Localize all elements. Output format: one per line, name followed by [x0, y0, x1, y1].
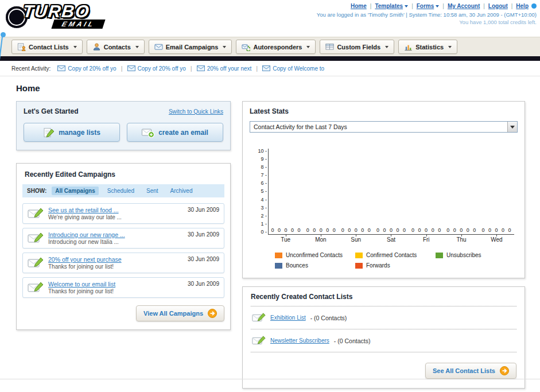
login-status-text: You are logged in as 'Timothy Smith' | S…	[317, 11, 537, 18]
envelope-plus-icon	[142, 127, 154, 138]
campaign-list-item[interactable]: 20% off your next purchase Thanks for jo…	[22, 253, 224, 273]
campaigns-filter-bar: SHOW: All Campaigns Scheduled Sent Archi…	[22, 184, 224, 197]
recent-activity-bar: Recent Activity: Copy of 20% off yo Copy…	[0, 61, 540, 76]
get-started-title: Let's Get Started	[24, 107, 79, 115]
legend-swatch	[355, 253, 363, 258]
campaign-text: Introducing our new range ... Introducin…	[48, 231, 183, 245]
nav-link-forms-label: Forms	[417, 3, 434, 9]
chevron-down-icon	[448, 46, 452, 48]
latest-stats-title: Latest Stats	[250, 107, 518, 115]
logo-text: TURBO EMAIL	[23, 2, 104, 29]
nav-link-templates-label: Templates	[375, 3, 403, 9]
campaign-date: 30 Jun 2009	[188, 207, 219, 213]
tab-email-campaigns[interactable]: Email Campaigns	[149, 40, 232, 54]
recent-activity-item[interactable]: Copy of Welcome to	[262, 65, 324, 72]
create-email-button[interactable]: create an email	[127, 123, 223, 142]
manage-lists-button[interactable]: manage lists	[24, 123, 120, 142]
campaigns-panel-title: Recently Edited Campaigns	[25, 170, 224, 178]
chart-value-group: 0 0 0 0 0	[479, 227, 514, 233]
recently-edited-campaigns-panel: Recently Edited Campaigns SHOW: All Camp…	[16, 163, 231, 330]
tab-custom-fields[interactable]: Custom Fields	[320, 40, 394, 54]
x-axis-label: Tue	[268, 236, 303, 243]
custom-fields-icon	[325, 42, 334, 51]
legend-swatch	[355, 263, 363, 269]
footer-divider	[0, 379, 540, 379]
switch-to-quick-links[interactable]: Switch to Quick Links	[169, 108, 223, 115]
recent-activity-item[interactable]: Copy of 20% off yo	[57, 65, 116, 72]
legend-item: Forwards	[355, 262, 436, 269]
envelope-pencil-icon	[252, 335, 266, 346]
recent-activity-item-label: Copy of 20% off yo	[68, 65, 116, 72]
x-axis-label: Sun	[339, 236, 374, 243]
campaign-list-item[interactable]: Introducing our new range ... Introducin…	[22, 228, 224, 249]
legend-label: Bounces	[286, 262, 308, 269]
filter-tab-scheduled[interactable]: Scheduled	[104, 187, 138, 195]
chart-value-group: 0 0 0 0 0	[269, 227, 304, 233]
logo-email-wordmark: EMAIL	[51, 20, 106, 29]
campaign-list-item[interactable]: Welcome to our email list Thanks for joi…	[22, 277, 224, 298]
dropdown-button[interactable]	[507, 122, 517, 132]
campaign-subtitle: Thanks for joining our list!	[48, 263, 114, 270]
autoresponders-icon	[242, 42, 250, 51]
campaign-date: 30 Jun 2009	[188, 231, 219, 238]
nav-link-help[interactable]: Help	[516, 3, 529, 9]
campaign-title-link[interactable]: Introducing our new range ...	[48, 231, 183, 238]
tab-statistics[interactable]: Statistics	[398, 40, 457, 54]
left-column: Let's Get Started Switch to Quick Links …	[16, 101, 231, 330]
nav-link-templates[interactable]: Templates	[375, 3, 408, 9]
top-navigation: Home Templates Forms My Account Logout H…	[317, 3, 537, 9]
contact-list-count: - (0 Contacts)	[334, 337, 371, 344]
latest-stats-panel: Latest Stats Contact Activity for the La…	[242, 101, 525, 278]
envelope-icon	[127, 65, 135, 71]
filter-tab-archived[interactable]: Archived	[167, 187, 196, 195]
campaign-title-link[interactable]: See us at the retail food ...	[48, 207, 183, 214]
chevron-down-icon	[135, 46, 139, 48]
y-axis-tick: 8 -	[252, 165, 267, 170]
chevron-down-icon	[223, 46, 226, 48]
recent-activity-label: Recent Activity:	[11, 65, 50, 72]
nav-link-forms[interactable]: Forms	[417, 3, 440, 9]
campaign-title-link[interactable]: Welcome to our email list	[48, 281, 183, 288]
recent-activity-item[interactable]: Copy of 20% off yo	[127, 65, 186, 72]
campaign-list-item[interactable]: See us at the retail food ... We're givi…	[22, 203, 224, 224]
nav-link-home[interactable]: Home	[351, 3, 367, 9]
tab-contacts-label: Contacts	[104, 44, 131, 51]
contact-list-name-link[interactable]: Newsletter Subscribers	[270, 337, 329, 344]
pencil-icon	[43, 127, 55, 138]
contact-list-count: - (0 Contacts)	[310, 315, 347, 321]
legend-label: Forwards	[366, 262, 390, 269]
chevron-down-icon	[385, 46, 389, 48]
nav-link-logout[interactable]: Logout	[488, 3, 508, 9]
filter-tab-all-campaigns[interactable]: All Campaigns	[52, 187, 98, 195]
contact-list-item[interactable]: Exhibition List - (0 Contacts)	[251, 306, 516, 329]
show-label: SHOW:	[27, 188, 46, 194]
see-all-contact-lists-button[interactable]: See All Contact Lists	[425, 363, 516, 379]
campaign-title-link[interactable]: 20% off your next purchase	[48, 256, 183, 263]
contact-lists-panel-title: Recently Created Contact Lists	[251, 293, 352, 301]
turbo-email-logo[interactable]: TURBO EMAIL	[6, 2, 104, 29]
tab-autoresponders[interactable]: Autoresponders	[236, 40, 316, 54]
filter-tab-sent[interactable]: Sent	[143, 187, 162, 195]
nav-link-my-account[interactable]: My Account	[448, 3, 480, 9]
credits-text: You have 1,000 total credits left.	[317, 19, 537, 25]
campaign-subtitle: Introducing our new Italia ...	[48, 239, 119, 245]
recent-activity-item[interactable]: 20% off your next	[197, 65, 252, 72]
help-indicator-dot	[531, 3, 537, 9]
campaign-subtitle: We're giving away our late ...	[48, 214, 122, 220]
contact-list-name-link[interactable]: Exhibition List	[270, 315, 306, 321]
view-all-campaigns-button[interactable]: View All Campaigns	[136, 305, 224, 321]
campaign-text: See us at the retail food ... We're givi…	[48, 207, 183, 220]
envelope-pencil-icon	[28, 232, 44, 244]
top-bar: Home Templates Forms My Account Logout H…	[317, 3, 537, 25]
contact-list-item[interactable]: Newsletter Subscribers - (0 Contacts)	[251, 329, 516, 352]
y-axis-tick: 1 -	[252, 222, 267, 227]
tab-contacts[interactable]: Contacts	[87, 40, 145, 54]
envelope-pencil-icon	[28, 207, 44, 220]
legend-item: Bounces	[275, 262, 355, 269]
stats-period-select[interactable]: Contact Activity for the Last 7 Days	[250, 121, 518, 133]
page-title: Home	[16, 83, 525, 93]
campaign-text: Welcome to our email list Thanks for joi…	[48, 281, 183, 294]
tab-custom-fields-label: Custom Fields	[337, 44, 380, 51]
tab-contact-lists[interactable]: Contact Lists	[11, 40, 83, 54]
y-axis-tick: 4 -	[252, 197, 267, 203]
